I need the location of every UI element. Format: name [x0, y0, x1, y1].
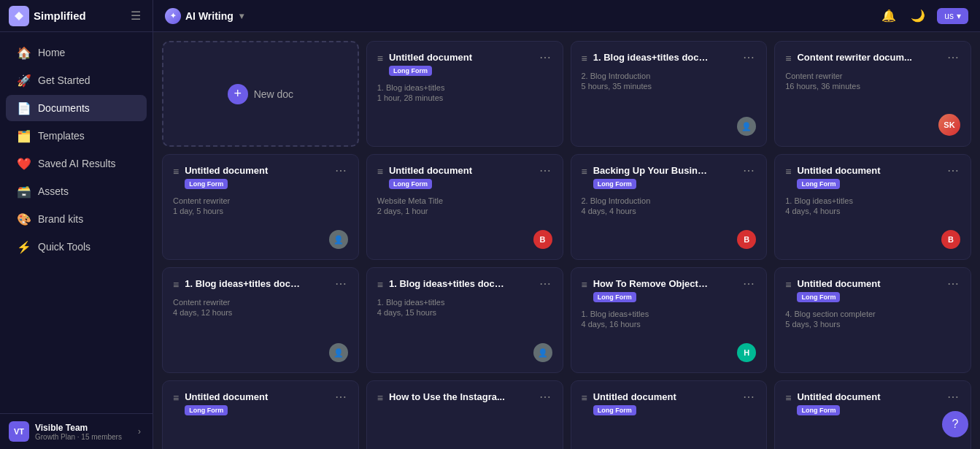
home-icon: 🏠	[18, 46, 31, 59]
sidebar-item-templates[interactable]: 🗂️ Templates	[6, 123, 147, 149]
card-menu-button[interactable]: ⋯	[946, 278, 960, 290]
doc-card-1[interactable]: ≡ Untitled document Long Form ⋯ 1. Blog …	[366, 41, 563, 147]
sidebar-item-brand-kits-label: Brand kits	[38, 213, 83, 225]
sidebar-item-documents[interactable]: 📄 Documents	[6, 95, 147, 121]
doc-card-2[interactable]: ≡ 1. Blog ideas+titles docu... ⋯ 2. Blog…	[571, 41, 768, 147]
doc-card-8[interactable]: ≡ 1. Blog ideas+titles docu... ⋯ Content…	[162, 267, 359, 373]
card-menu-button[interactable]: ⋯	[946, 165, 960, 177]
sidebar-item-saved-ai-label: Saved AI Results	[38, 158, 116, 169]
sidebar-item-brand-kits[interactable]: 🎨 Brand kits	[6, 206, 147, 232]
sidebar-item-templates-label: Templates	[38, 130, 85, 142]
card-badge: Long Form	[185, 179, 228, 189]
expand-team-button[interactable]: ›	[135, 423, 144, 440]
card-title: 1. Blog ideas+titles docu...	[389, 278, 506, 289]
card-badge: Long Form	[797, 179, 840, 189]
new-doc-label: New doc	[254, 88, 293, 100]
sidebar-footer: VT Visible Team Growth Plan · 15 members…	[0, 413, 153, 449]
sidebar-nav: 🏠 Home 🚀 Get Started 📄 Documents 🗂️ Temp…	[0, 32, 153, 413]
card-menu-button[interactable]: ⋯	[333, 165, 348, 177]
card-title: How to Use the Instagra...	[389, 391, 506, 402]
doc-card-9[interactable]: ≡ 1. Blog ideas+titles docu... ⋯ 1. Blog…	[366, 267, 563, 373]
ai-writing-icon: ✦	[165, 8, 181, 24]
card-menu-button[interactable]: ⋯	[946, 391, 960, 403]
card-menu-button[interactable]: ⋯	[741, 278, 756, 290]
sidebar-item-saved-ai-results[interactable]: ❤️ Saved AI Results	[6, 150, 147, 177]
card-title: Untitled document	[389, 165, 506, 176]
sidebar-item-quick-tools[interactable]: ⚡ Quick Tools	[6, 234, 147, 260]
card-avatar: 👤	[737, 117, 756, 136]
card-avatar: 👤	[533, 343, 552, 362]
card-menu-button[interactable]: ⋯	[741, 165, 756, 177]
card-title: Content rewriter docum...	[797, 52, 914, 63]
card-menu-button[interactable]: ⋯	[538, 52, 552, 64]
collapse-sidebar-button[interactable]: ☰	[128, 6, 144, 26]
logo-icon	[9, 6, 29, 26]
doc-icon: ≡	[173, 166, 179, 177]
doc-card-14[interactable]: ≡ Untitled document Long Form ⋯	[571, 380, 768, 449]
card-menu-button[interactable]: ⋯	[333, 278, 348, 290]
card-badge: Long Form	[185, 405, 228, 415]
card-badge: Long Form	[593, 405, 636, 415]
card-title: How To Remove Objects ...	[593, 278, 710, 289]
card-avatar: B	[533, 230, 552, 249]
topbar-chevron-icon: ▾	[239, 11, 244, 21]
sidebar-item-home[interactable]: 🏠 Home	[6, 39, 147, 66]
card-menu-button[interactable]: ⋯	[741, 391, 756, 403]
doc-card-5[interactable]: ≡ Untitled document Long Form ⋯ Website …	[366, 154, 563, 260]
doc-icon: ≡	[377, 166, 383, 177]
user-menu-button[interactable]: us ▾	[937, 8, 968, 24]
logo-text: Simplified	[34, 9, 86, 22]
brand-kits-icon: 🎨	[18, 212, 31, 226]
doc-card-13[interactable]: ≡ How to Use the Instagra... ⋯	[366, 380, 563, 449]
card-menu-button[interactable]: ⋯	[538, 278, 552, 290]
doc-card-3[interactable]: ≡ Content rewriter docum... ⋯ Content re…	[774, 41, 971, 147]
card-title: Untitled document	[797, 278, 914, 289]
card-badge: Long Form	[389, 179, 432, 189]
sidebar-item-assets-label: Assets	[38, 185, 69, 197]
sidebar-item-assets[interactable]: 🗃️ Assets	[6, 178, 147, 204]
topbar-title-area: ✦ AI Writing ▾	[165, 8, 244, 24]
card-badge: Long Form	[797, 405, 840, 415]
card-menu-button[interactable]: ⋯	[741, 52, 756, 64]
doc-card-12[interactable]: ≡ Untitled document Long Form ⋯	[162, 380, 359, 449]
doc-card-6[interactable]: ≡ Backing Up Your Busines... Long Form ⋯…	[571, 154, 768, 260]
card-menu-button[interactable]: ⋯	[946, 52, 960, 64]
doc-card-11[interactable]: ≡ Untitled document Long Form ⋯ 4. Blog …	[774, 267, 971, 373]
doc-card-15[interactable]: ≡ Untitled document Long Form ⋯	[774, 380, 971, 449]
sidebar-item-documents-label: Documents	[38, 102, 90, 114]
doc-icon: ≡	[785, 392, 791, 404]
card-avatar: H	[737, 343, 756, 362]
doc-card-10[interactable]: ≡ How To Remove Objects ... Long Form ⋯ …	[571, 267, 768, 373]
card-menu-button[interactable]: ⋯	[333, 391, 348, 403]
sidebar-item-get-started[interactable]: 🚀 Get Started	[6, 67, 147, 93]
doc-card-4[interactable]: ≡ Untitled document Long Form ⋯ Content …	[162, 154, 359, 260]
card-avatar: 👤	[329, 343, 348, 362]
doc-icon: ≡	[377, 53, 383, 64]
team-name: Visible Team	[35, 423, 129, 433]
card-avatar: SK	[938, 114, 960, 136]
card-title: Untitled document	[185, 391, 301, 402]
doc-icon: ≡	[377, 279, 383, 291]
sidebar: Simplified ☰ 🏠 Home 🚀 Get Started 📄 Docu…	[0, 0, 153, 449]
card-menu-button[interactable]: ⋯	[538, 391, 552, 403]
sidebar-item-home-label: Home	[38, 47, 65, 58]
topbar-actions: 🔔 🌙 us ▾	[879, 6, 968, 26]
doc-icon: ≡	[785, 53, 791, 64]
card-badge: Long Form	[389, 66, 432, 76]
doc-card-7[interactable]: ≡ Untitled document Long Form ⋯ 1. Blog …	[774, 154, 971, 260]
doc-icon: ≡	[785, 166, 791, 177]
topbar: ✦ AI Writing ▾ 🔔 🌙 us ▾	[153, 0, 980, 32]
card-menu-button[interactable]: ⋯	[538, 165, 552, 177]
logo-area: Simplified	[9, 6, 86, 26]
new-doc-card[interactable]: + New doc	[162, 41, 359, 147]
team-plan: Growth Plan · 15 members	[35, 433, 129, 441]
dark-mode-button[interactable]: 🌙	[908, 6, 928, 26]
help-button[interactable]: ?	[942, 411, 968, 437]
doc-icon: ≡	[582, 392, 587, 404]
doc-icon: ≡	[582, 279, 587, 291]
notification-button[interactable]: 🔔	[879, 6, 899, 26]
doc-icon: ≡	[377, 392, 383, 404]
documents-icon: 📄	[18, 101, 31, 115]
get-started-icon: 🚀	[18, 74, 31, 87]
user-label: us	[944, 11, 954, 21]
